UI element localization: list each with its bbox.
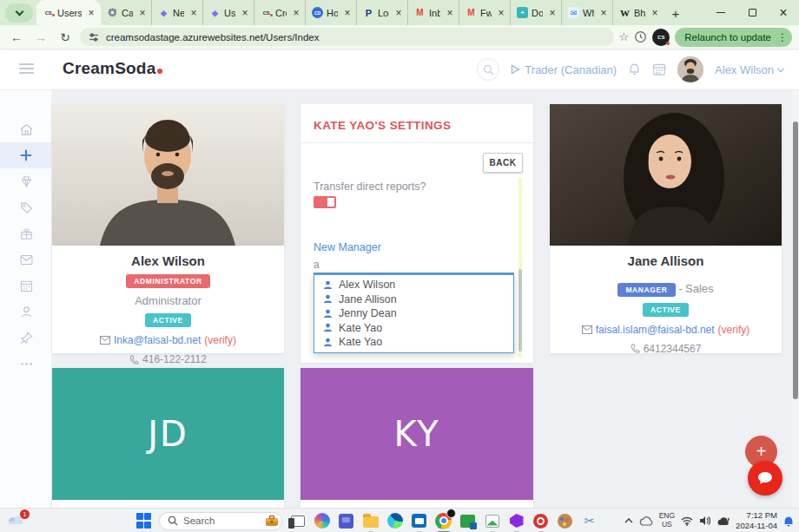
remote-desktop-button[interactable]: [459, 512, 477, 530]
close-icon[interactable]: [444, 7, 456, 19]
hamburger-menu-icon[interactable]: [19, 63, 34, 76]
extensions-icon[interactable]: [634, 30, 647, 43]
close-icon[interactable]: [188, 7, 200, 19]
sidebar-item-more[interactable]: [0, 351, 52, 377]
sidebar-item-tags[interactable]: [0, 194, 52, 220]
panel-scroll-thumb[interactable]: [518, 269, 522, 351]
sidebar-item-messages[interactable]: [0, 246, 52, 273]
close-icon[interactable]: [546, 7, 558, 19]
page-scrollbar-thumb[interactable]: [793, 122, 798, 399]
tab-1[interactable]: Can y: [101, 0, 152, 25]
verify-link[interactable]: (verify): [718, 324, 750, 336]
store-button[interactable]: [410, 512, 428, 530]
email-link[interactable]: Inka@faisal-bd.net: [114, 334, 201, 346]
edge-button[interactable]: [386, 512, 404, 530]
browser-profile-avatar[interactable]: CS: [652, 29, 670, 46]
task-view-button[interactable]: [288, 512, 307, 530]
dropdown-option[interactable]: Jane Allison: [314, 292, 513, 307]
user-menu[interactable]: Alex Wilson: [715, 63, 783, 76]
close-icon[interactable]: [136, 7, 149, 19]
relaunch-to-update-button[interactable]: Relaunch to update ⋮: [675, 28, 792, 47]
calendar-icon[interactable]: [652, 62, 666, 76]
close-window-button[interactable]: [768, 0, 799, 25]
tab-3[interactable]: User: [203, 0, 254, 25]
close-icon[interactable]: [598, 7, 610, 19]
chat-fab-button[interactable]: [748, 461, 782, 496]
paint-app-button[interactable]: [556, 512, 574, 530]
tab-11[interactable]: Bhut: [613, 0, 664, 25]
new-tab-button[interactable]: +: [664, 2, 687, 24]
email-link[interactable]: faisal.islam@faisal-bd.net: [596, 324, 715, 336]
cloud-sync-icon[interactable]: [716, 516, 730, 526]
tab-8[interactable]: Fwd:: [459, 0, 511, 25]
user-avatar[interactable]: [677, 56, 703, 82]
close-icon[interactable]: [393, 7, 405, 19]
tab-2[interactable]: New: [152, 0, 203, 25]
start-button[interactable]: [135, 512, 153, 530]
transfer-reports-toggle[interactable]: [314, 196, 336, 208]
onedrive-icon[interactable]: [639, 516, 653, 526]
close-icon[interactable]: [649, 7, 661, 19]
visual-studio-button[interactable]: [507, 512, 525, 530]
tab-users[interactable]: Users: [36, 0, 101, 25]
close-icon[interactable]: [290, 7, 302, 19]
minimize-button[interactable]: [705, 0, 736, 25]
chrome-button[interactable]: [434, 512, 452, 530]
back-button[interactable]: BACK: [483, 153, 523, 173]
media-app-button[interactable]: [532, 512, 550, 530]
browser-menu-icon[interactable]: ⋮: [776, 31, 789, 43]
image-editor-button[interactable]: [483, 512, 501, 530]
sidebar-item-add-user[interactable]: [0, 142, 52, 168]
user-card-alex-wilson[interactable]: Alex Wilson ADMINISTRATOR Administrator …: [52, 104, 284, 353]
close-icon[interactable]: [495, 7, 507, 19]
site-info-icon[interactable]: [89, 32, 99, 43]
bookmark-star-icon[interactable]: ☆: [619, 30, 630, 43]
language-indicator[interactable]: ENG US: [659, 512, 675, 529]
tab-6[interactable]: Log i: [357, 0, 408, 25]
dropdown-option[interactable]: Alex Wilson: [314, 278, 513, 292]
notifications-bell-icon[interactable]: [628, 62, 641, 76]
sidebar-item-calendar[interactable]: [0, 273, 52, 299]
close-icon[interactable]: [85, 7, 97, 19]
dropdown-option[interactable]: Kate Yao: [314, 335, 513, 350]
teams-button[interactable]: [337, 512, 355, 530]
sidebar-item-users[interactable]: [0, 299, 52, 325]
tab-search-button[interactable]: [5, 3, 33, 23]
volume-icon[interactable]: [699, 516, 710, 526]
snipping-tool-button[interactable]: ✂: [580, 512, 598, 530]
close-icon[interactable]: [341, 7, 353, 19]
widgets-button[interactable]: 1: [7, 512, 28, 529]
tab-7[interactable]: Inbo: [408, 0, 459, 25]
notification-bell-icon[interactable]: [783, 516, 794, 527]
verify-link[interactable]: (verify): [204, 334, 236, 346]
close-icon[interactable]: [239, 7, 251, 19]
new-manager-input[interactable]: [314, 257, 514, 274]
reload-button[interactable]: ↻: [56, 28, 75, 47]
copilot-button[interactable]: [313, 512, 331, 530]
dropdown-option[interactable]: Kate Yao: [314, 321, 513, 336]
user-card-jd[interactable]: JD: [52, 368, 284, 508]
sidebar-item-gifts[interactable]: [0, 220, 52, 246]
taskbar-search[interactable]: Search: [159, 512, 282, 530]
sidebar-item-rewards[interactable]: [0, 168, 52, 194]
user-card-ky[interactable]: KY: [300, 368, 533, 508]
taskbar-clock[interactable]: 7:12 PM 2024-11-04: [736, 510, 777, 531]
tab-5[interactable]: How: [306, 0, 357, 25]
wifi-icon[interactable]: [681, 516, 693, 526]
url-field[interactable]: creamsodastage.azurewebsites.net/Users/I…: [80, 28, 614, 46]
image-editor-icon: [485, 515, 499, 528]
role-selector[interactable]: Trader (Canadian): [511, 63, 617, 76]
sidebar-item-home[interactable]: [0, 116, 52, 142]
back-button[interactable]: ←: [7, 28, 26, 47]
tray-chevron-up-icon[interactable]: [624, 518, 633, 523]
forward-button[interactable]: →: [31, 28, 50, 47]
tab-9[interactable]: Doxy: [511, 0, 562, 25]
user-card-jane-allison[interactable]: Jane Allison MANAGER - Sales ACTIVE fais…: [550, 104, 782, 353]
search-button[interactable]: [477, 58, 499, 81]
file-explorer-button[interactable]: [361, 512, 380, 530]
maximize-button[interactable]: [736, 0, 768, 25]
tab-10[interactable]: Wha: [562, 0, 613, 25]
tab-4[interactable]: Crea: [254, 0, 306, 25]
dropdown-option[interactable]: Jenny Dean: [314, 306, 513, 321]
sidebar-item-pinned[interactable]: [0, 325, 52, 351]
